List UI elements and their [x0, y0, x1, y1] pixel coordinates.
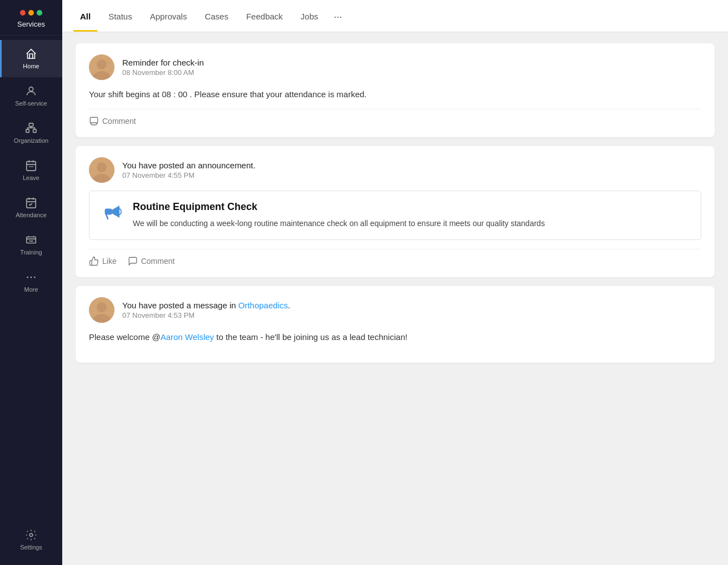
svg-point-16: [97, 162, 107, 172]
message-body-link[interactable]: Aaron Welsley: [161, 332, 214, 342]
like-label-announcement: Like: [102, 257, 117, 266]
tabs-bar: All Status Approvals Cases Feedback Jobs…: [62, 0, 728, 32]
card-announcement-meta: You have posted an announcement. 07 Nove…: [122, 161, 256, 179]
avatar-checkin: [89, 54, 114, 80]
card-message-body: Please welcome @Aaron Welsley to the tea…: [89, 331, 701, 344]
svg-rect-4: [27, 162, 36, 171]
svg-rect-18: [105, 209, 112, 214]
megaphone-icon: [101, 201, 124, 229]
sidebar-item-label-attendance: Attendance: [16, 212, 47, 218]
svg-point-12: [97, 59, 107, 69]
thumbs-up-icon: [89, 256, 99, 266]
more-dots-icon: [25, 271, 37, 283]
training-icon: [25, 234, 37, 246]
sidebar-item-label-organization: Organization: [14, 137, 48, 144]
card-checkin-actions: Comment: [89, 109, 701, 126]
logo-dots: [20, 10, 42, 16]
sidebar-item-label-self-service: Self-service: [15, 100, 47, 107]
message-body-prefix: Please welcome @: [89, 332, 161, 342]
card-checkin-meta: Reminder for check-in 08 November 8:00 A…: [122, 58, 204, 77]
card-message-meta: You have posted a message in Orthopaedic…: [122, 301, 290, 319]
tab-approvals[interactable]: Approvals: [143, 1, 194, 32]
announcement-title: Routine Equipment Check: [133, 201, 545, 213]
avatar-image-message: [89, 297, 114, 323]
avatar-image-announcement: [89, 157, 114, 183]
card-checkin-body: Your shift begins at 08 : 00 . Please en…: [89, 88, 701, 101]
card-checkin-header: Reminder for check-in 08 November 8:00 A…: [89, 54, 701, 80]
attendance-icon: [25, 197, 37, 209]
announcement-content: Routine Equipment Check We will be condu…: [133, 201, 545, 229]
tab-all[interactable]: All: [73, 1, 97, 32]
home-icon: [25, 48, 37, 60]
sidebar-item-label-settings: Settings: [20, 544, 42, 551]
card-checkin-date: 08 November 8:00 AM: [122, 68, 204, 77]
svg-point-9: [34, 277, 36, 278]
sidebar-item-home[interactable]: Home: [0, 40, 62, 77]
sidebar-item-attendance[interactable]: Attendance: [0, 189, 62, 226]
card-checkin: Reminder for check-in 08 November 8:00 A…: [76, 43, 715, 137]
sidebar-item-label-leave: Leave: [23, 174, 39, 181]
card-message-title: You have posted a message in Orthopaedic…: [122, 301, 290, 310]
like-button-announcement[interactable]: Like: [89, 256, 117, 266]
card-announcement-header: You have posted an announcement. 07 Nove…: [89, 157, 701, 183]
announcement-inner-card: Routine Equipment Check We will be condu…: [89, 191, 701, 240]
svg-rect-1: [29, 123, 33, 127]
sidebar: Services Home Self-service: [0, 0, 62, 565]
avatar-message: [89, 297, 114, 323]
comment-button-announcement[interactable]: Comment: [128, 256, 175, 266]
dot-yellow: [28, 10, 34, 16]
comment-button-checkin[interactable]: Comment: [89, 116, 136, 126]
feed-area: Reminder for check-in 08 November 8:00 A…: [62, 32, 728, 565]
tab-cases[interactable]: Cases: [198, 1, 235, 32]
comment-label-checkin: Comment: [102, 117, 136, 126]
main-content: All Status Approvals Cases Feedback Jobs…: [62, 0, 728, 565]
sidebar-item-more[interactable]: More: [0, 263, 62, 301]
svg-rect-6: [27, 237, 36, 243]
dot-red: [20, 10, 26, 16]
svg-point-8: [31, 277, 32, 278]
sidebar-bottom: Settings: [0, 521, 62, 565]
comment-icon: [89, 116, 99, 126]
tab-more-button[interactable]: ···: [330, 0, 347, 32]
comment-label-announcement: Comment: [141, 257, 175, 266]
leave-icon: [25, 159, 37, 172]
svg-rect-3: [33, 129, 36, 133]
tab-status[interactable]: Status: [102, 1, 139, 32]
svg-point-21: [97, 302, 107, 312]
card-announcement: You have posted an announcement. 07 Nove…: [76, 146, 715, 277]
svg-point-7: [27, 277, 28, 278]
sidebar-item-label-training: Training: [20, 249, 42, 256]
gear-icon: [25, 529, 37, 541]
card-message: You have posted a message in Orthopaedic…: [76, 286, 715, 363]
card-message-header: You have posted a message in Orthopaedic…: [89, 297, 701, 323]
announcement-desc: We will be conducting a week-long routin…: [133, 217, 545, 229]
card-message-orthopaedics-link[interactable]: Orthopaedics: [238, 301, 288, 310]
dot-green: [37, 10, 42, 16]
card-checkin-title: Reminder for check-in: [122, 58, 204, 67]
card-message-title-suffix: .: [288, 301, 290, 310]
tab-feedback[interactable]: Feedback: [240, 1, 290, 32]
svg-rect-2: [26, 129, 29, 133]
card-message-date: 07 November 4:53 PM: [122, 311, 290, 319]
message-body-suffix: to the team - he'll be joining us as a l…: [214, 332, 407, 342]
sidebar-item-settings[interactable]: Settings: [0, 521, 62, 558]
sidebar-services-label: Services: [17, 20, 45, 28]
svg-point-10: [29, 533, 33, 537]
megaphone-svg: [101, 201, 124, 224]
comment-icon-2: [128, 256, 138, 266]
svg-rect-14: [90, 117, 98, 123]
card-announcement-title: You have posted an announcement.: [122, 161, 256, 170]
sidebar-logo: Services: [0, 0, 62, 36]
sidebar-item-label-home: Home: [23, 63, 39, 69]
active-indicator: [0, 40, 2, 77]
svg-point-0: [29, 87, 33, 91]
card-announcement-date: 07 November 4:55 PM: [122, 171, 256, 179]
sidebar-item-leave[interactable]: Leave: [0, 152, 62, 189]
sidebar-item-organization[interactable]: Organization: [0, 114, 62, 152]
person-icon: [25, 85, 37, 97]
sidebar-nav: Home Self-service Organization: [0, 36, 62, 521]
tab-jobs[interactable]: Jobs: [294, 1, 325, 32]
sidebar-item-training[interactable]: Training: [0, 226, 62, 263]
svg-rect-5: [27, 199, 36, 208]
sidebar-item-self-service[interactable]: Self-service: [0, 77, 62, 114]
